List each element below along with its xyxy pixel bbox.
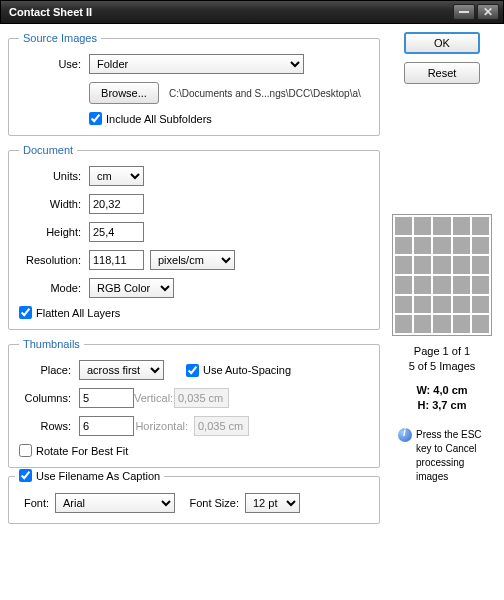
- place-select[interactable]: across first: [79, 360, 164, 380]
- autospace-input[interactable]: [186, 364, 199, 377]
- h-text: H: 3,7 cm: [416, 398, 467, 413]
- font-select[interactable]: Arial: [55, 493, 175, 513]
- use-select[interactable]: Folder: [89, 54, 304, 74]
- title-bar: Contact Sheet II ✕: [0, 0, 504, 24]
- minimize-button[interactable]: [453, 4, 475, 20]
- caption-checkbox[interactable]: [19, 469, 32, 482]
- resolution-units-select[interactable]: pixels/cm: [150, 250, 235, 270]
- preview-size-info: W: 4,0 cm H: 3,7 cm: [416, 383, 467, 414]
- rotate-checkbox[interactable]: Rotate For Best Fit: [19, 444, 128, 457]
- esc-info: Press the ESC key to Cancel processing i…: [398, 428, 486, 484]
- font-size-select[interactable]: 12 pt: [245, 493, 300, 513]
- units-select[interactable]: cm: [89, 166, 144, 186]
- window-buttons: ✕: [453, 4, 499, 20]
- width-input[interactable]: [89, 194, 144, 214]
- source-images-group: Source Images Use: Folder Browse... C:\D…: [8, 32, 380, 136]
- thumbnails-group: Thumbnails Place: across first Use Auto-…: [8, 338, 380, 468]
- window-title: Contact Sheet II: [9, 6, 92, 18]
- height-input[interactable]: [89, 222, 144, 242]
- reset-button[interactable]: Reset: [404, 62, 480, 84]
- mode-label: Mode:: [19, 282, 89, 294]
- include-subfolders-checkbox[interactable]: Include All Subfolders: [89, 112, 212, 125]
- path-text: C:\Documents and S...ngs\DCC\Desktop\a\: [169, 88, 361, 99]
- document-group: Document Units: cm Width: Height: Resolu…: [8, 144, 380, 330]
- units-label: Units:: [19, 170, 89, 182]
- count-text: 5 of 5 Images: [409, 359, 476, 374]
- esc-text: Press the ESC key to Cancel processing i…: [416, 428, 486, 484]
- w-text: W: 4,0 cm: [416, 383, 467, 398]
- resolution-input[interactable]: [89, 250, 144, 270]
- close-button[interactable]: ✕: [477, 4, 499, 20]
- rotate-label: Rotate For Best Fit: [36, 445, 128, 457]
- rows-label: Rows:: [19, 420, 79, 432]
- horizontal-input: [194, 416, 249, 436]
- rows-input[interactable]: [79, 416, 134, 436]
- mode-select[interactable]: RGB Color: [89, 278, 174, 298]
- autospace-checkbox[interactable]: Use Auto-Spacing: [186, 364, 291, 377]
- ok-button[interactable]: OK: [404, 32, 480, 54]
- document-legend: Document: [19, 144, 77, 156]
- height-label: Height:: [19, 226, 89, 238]
- width-label: Width:: [19, 198, 89, 210]
- browse-button[interactable]: Browse...: [89, 82, 159, 104]
- caption-legend: Use Filename As Caption: [36, 470, 160, 482]
- flatten-label: Flatten All Layers: [36, 307, 120, 319]
- vertical-input: [174, 388, 229, 408]
- layout-preview: [392, 214, 492, 336]
- thumbnails-legend: Thumbnails: [19, 338, 84, 350]
- horizontal-label: Horizontal:: [134, 420, 194, 432]
- rotate-input[interactable]: [19, 444, 32, 457]
- font-label: Font:: [19, 497, 55, 509]
- include-subfolders-input[interactable]: [89, 112, 102, 125]
- font-size-label: Font Size:: [175, 497, 245, 509]
- columns-input[interactable]: [79, 388, 134, 408]
- source-legend: Source Images: [19, 32, 101, 44]
- place-label: Place:: [19, 364, 79, 376]
- caption-group: Use Filename As Caption Font: Arial Font…: [8, 476, 380, 524]
- vertical-label: Vertical:: [134, 392, 174, 404]
- flatten-checkbox[interactable]: Flatten All Layers: [19, 306, 120, 319]
- page-text: Page 1 of 1: [409, 344, 476, 359]
- resolution-label: Resolution:: [19, 254, 89, 266]
- include-subfolders-label: Include All Subfolders: [106, 113, 212, 125]
- flatten-input[interactable]: [19, 306, 32, 319]
- columns-label: Columns:: [19, 392, 79, 404]
- info-icon: [398, 428, 412, 442]
- autospace-label: Use Auto-Spacing: [203, 364, 291, 376]
- preview-page-info: Page 1 of 1 5 of 5 Images: [409, 344, 476, 375]
- use-label: Use:: [19, 58, 89, 70]
